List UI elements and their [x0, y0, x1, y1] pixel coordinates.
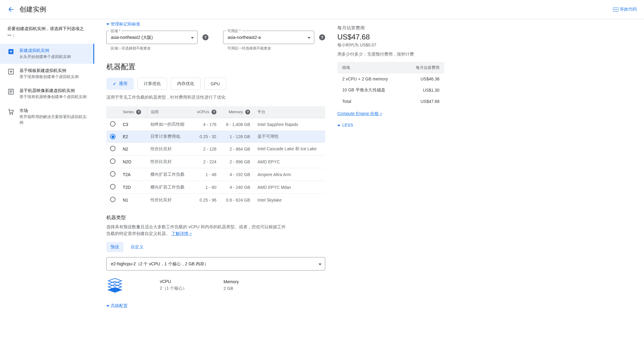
cost-breakdown-table: 细项 每月估算费用 2 vCPU + 2 GB memoryUS$46.3810…	[337, 62, 444, 107]
equivalent-code-button[interactable]: <> 等效代码	[613, 7, 637, 12]
tab-memory[interactable]: 内存优化	[171, 78, 201, 90]
manage-tags-label: 管理标记和标签	[111, 22, 140, 27]
help-icon[interactable]: ?	[245, 110, 250, 114]
table-row[interactable]: T2A横向扩容工作负载1 - 484 - 192 GBAmpere Altra …	[106, 168, 325, 181]
check-icon: ✓	[113, 81, 116, 86]
back-arrow-icon[interactable]	[7, 6, 15, 13]
radio-button[interactable]	[110, 171, 115, 177]
cost-row: 2 vCPU + 2 GB memoryUS$46.38	[337, 73, 444, 84]
sidebar-item-desc: 将开箱即用的解决方案部署到虚拟机实例	[19, 114, 87, 125]
platform-cell: AMD EPYC Milan	[254, 181, 325, 194]
sidebar-item-marketplace[interactable]: 市场 将开箱即用的解决方案部署到虚拟机实例	[0, 104, 94, 129]
region-label: 区域 *	[109, 29, 122, 34]
sidebar-item-from-template[interactable]: 基于模板新建虚拟机实例 基于现有模板创建单个虚拟机实例	[0, 64, 94, 84]
radio-button[interactable]	[110, 146, 115, 151]
sidebar-item-desc: 基于现有机器映像创建单个虚拟机实例	[19, 94, 87, 100]
learn-more-link[interactable]: 了解详情↗	[171, 231, 192, 236]
zone-hint: 可用区一经选择就不能更改	[223, 46, 325, 51]
col-memory: Memory ?	[220, 106, 254, 118]
vcpu-value: 2（1 个核心）	[160, 286, 187, 291]
cost-col-item: 细项	[337, 62, 404, 73]
sidebar-item-title: 新建虚拟机实例	[19, 48, 71, 53]
tab-label: 通用	[119, 81, 127, 87]
platform-cell: Intel Sapphire Rapids	[254, 118, 325, 131]
help-icon[interactable]: ?	[202, 34, 208, 40]
cost-value: US$1.30	[404, 84, 444, 96]
desc-cell: 横向扩容工作负载	[147, 168, 191, 181]
sidebar-item-from-image[interactable]: 基于机器映像新建虚拟机实例 基于现有机器映像创建单个虚拟机实例	[0, 84, 94, 104]
platform-cell: Intel Cascade Lake 和 Ice Lake	[254, 143, 325, 155]
tab-general[interactable]: ✓ 通用	[106, 78, 134, 90]
series-cell: T2D	[119, 181, 147, 194]
template-plus-icon	[7, 68, 15, 75]
table-row[interactable]: N2性价比良好2 - 1282 - 864 GBIntel Cascade La…	[106, 143, 325, 155]
table-row[interactable]: E2日常计算费用低0.25 - 321 - 128 GB基于可用性	[106, 131, 325, 143]
table-row[interactable]: T2D横向扩容工作负载1 - 604 - 240 GBAMD EPYC Mila…	[106, 181, 325, 194]
pricing-link[interactable]: Compute Engine 价格↗	[337, 111, 382, 117]
cost-total-value: US$47.68	[404, 96, 444, 107]
preset-tab[interactable]: 预设	[106, 242, 123, 252]
memory-cell: 0.6 - 624 GB	[220, 194, 254, 206]
tab-compute[interactable]: 计算优化	[137, 78, 167, 90]
svg-point-3	[12, 114, 13, 114]
table-row[interactable]: N1性价比良好0.25 - 960.6 - 624 GBIntel Skylak…	[106, 194, 325, 206]
radio-button[interactable]	[110, 184, 115, 189]
cpu-layers-icon	[106, 277, 123, 294]
cost-panel: 每月估算费用 US$47.68 每小时约为 US$0.07 用多少付多少：无需预…	[337, 19, 453, 323]
col-series: Series ?	[119, 106, 147, 118]
help-icon[interactable]: ?	[319, 34, 325, 40]
sidebar-item-title: 基于模板新建虚拟机实例	[19, 68, 79, 73]
code-icon: <>	[613, 7, 618, 12]
cost-item: 10 GB 平衡永久性磁盘	[337, 84, 404, 96]
desc-cell: 性价比良好	[147, 194, 191, 206]
memory-value: 2 GB	[223, 286, 239, 291]
sidebar-item-desc: 基于现有模板创建单个虚拟机实例	[19, 74, 79, 80]
cost-amount: US$47.68	[337, 33, 444, 41]
vcpus-cell: 2 - 128	[191, 143, 220, 155]
platform-cell: 基于可用性	[254, 131, 325, 143]
machine-type-select[interactable]: e2-highcpu-2（2 个 vCPU，1 个核心，2 GB 内存）	[106, 257, 325, 270]
advanced-config-link[interactable]: 高级配置	[106, 301, 325, 311]
tab-gpu[interactable]: GPU	[204, 78, 226, 90]
radio-button[interactable]	[110, 121, 115, 127]
table-row[interactable]: C3始终如一的高性能4 - 1768 - 1,408 GBIntel Sapph…	[106, 118, 325, 131]
machine-family-tabs: ✓ 通用 计算优化 内存优化 GPU	[106, 78, 325, 90]
desc-cell: 始终如一的高性能	[147, 118, 191, 131]
radio-button[interactable]	[110, 158, 115, 164]
desc-cell: 日常计算费用低	[147, 131, 191, 143]
less-button[interactable]: LESS	[337, 123, 444, 127]
top-bar: 创建实例 <> 等效代码	[0, 0, 644, 19]
radio-button[interactable]	[110, 134, 115, 139]
page-title: 创建实例	[19, 5, 46, 14]
desc-cell: 性价比良好	[147, 143, 191, 155]
radio-button[interactable]	[110, 197, 115, 202]
chevron-down-icon	[106, 305, 109, 307]
vcpus-cell: 0.25 - 96	[191, 194, 220, 206]
external-link-icon: ↗	[189, 232, 192, 236]
chevron-up-icon	[337, 124, 340, 126]
machine-type-desc: 选择具有预设数量且适合大多数工作负载的 vCPU 和内存的机器类型。或者，您也可…	[106, 223, 289, 237]
custom-tab[interactable]: 自定义	[131, 242, 143, 252]
series-cell: N2	[119, 143, 147, 155]
series-cell: C3	[119, 118, 147, 131]
manage-tags-link[interactable]: 管理标记和标签	[106, 19, 325, 29]
equivalent-code-label: 等效代码	[620, 7, 637, 12]
cost-item: 2 vCPU + 2 GB memory	[337, 73, 404, 84]
memory-cell: 2 - 896 GB	[220, 155, 254, 168]
vcpus-cell: 1 - 48	[191, 168, 220, 181]
tab-label: 内存优化	[177, 81, 194, 87]
marketplace-cart-icon	[7, 108, 15, 115]
col-desc: 说明	[147, 106, 191, 118]
vcpus-cell: 2 - 224	[191, 155, 220, 168]
help-icon[interactable]: ?	[212, 110, 216, 114]
sidebar-item-new-vm[interactable]: 新建虚拟机实例 从头开始创建单个虚拟机实例	[0, 44, 94, 64]
sidebar-item-title: 基于机器映像新建虚拟机实例	[19, 88, 87, 93]
memory-cell: 2 - 864 GB	[220, 143, 254, 155]
table-row[interactable]: N2D性价比良好2 - 2242 - 896 GBAMD EPYC	[106, 155, 325, 168]
desc-cell: 横向扩容工作负载	[147, 181, 191, 194]
help-icon[interactable]: ?	[136, 110, 141, 114]
sidebar-item-desc: 从头开始创建单个虚拟机实例	[19, 54, 71, 59]
series-cell: N2D	[119, 155, 147, 168]
platform-cell: Ampere Altra Arm	[254, 168, 325, 181]
cost-title: 每月估算费用	[337, 25, 444, 31]
